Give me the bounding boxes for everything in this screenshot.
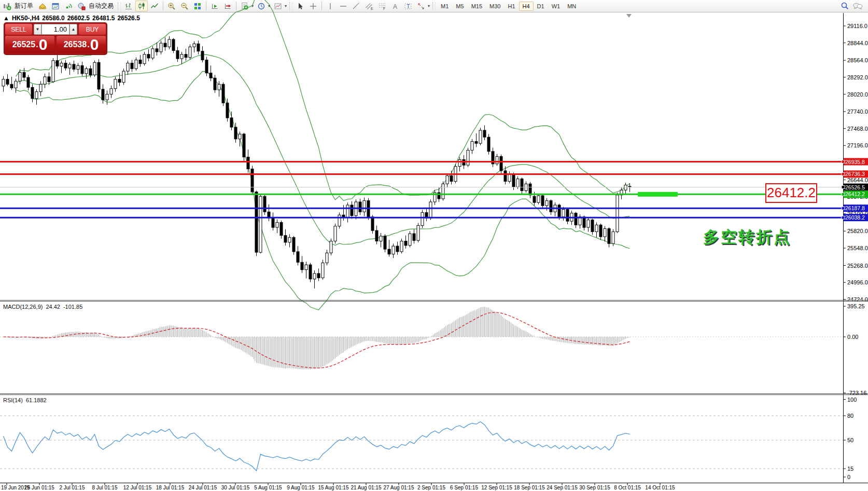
price-axis-label: 28020.0 <box>847 91 868 98</box>
candle-body <box>508 174 511 181</box>
candle-body <box>297 252 299 262</box>
candle-body <box>334 226 337 241</box>
volume-input[interactable] <box>41 24 69 35</box>
candle-body <box>10 84 13 88</box>
candle-body <box>143 54 146 64</box>
chart-header: ▲HK50-,H426586.026602.526481.526526.5 <box>3 15 143 22</box>
candle-body <box>375 230 378 241</box>
candle-body <box>89 69 92 75</box>
candle-body <box>239 134 241 139</box>
candle-body <box>176 51 179 59</box>
candle-body <box>85 69 88 74</box>
candle-body <box>575 213 577 225</box>
time-axis-label: 18 Sep 01:15 <box>514 485 545 490</box>
candle-body <box>545 201 548 206</box>
price-axis-label: 25268.0 <box>847 263 868 269</box>
candle-body <box>180 54 183 59</box>
candle-body <box>77 65 79 69</box>
candle-body <box>118 79 121 83</box>
candle-body <box>413 234 415 240</box>
candle-body <box>309 265 312 279</box>
ohlc-low: 26481.5 <box>92 15 115 22</box>
macd-signal-line <box>4 312 630 368</box>
bid-price-dot: . <box>36 40 38 49</box>
candle-body <box>608 229 610 244</box>
macd-value: 24.42 <box>46 304 60 310</box>
candle-body <box>396 246 399 252</box>
turning-point-note[interactable]: 多空转折点 <box>703 226 791 248</box>
macd-axis-label: 0.00 <box>847 334 858 340</box>
ask-price-button[interactable]: 26538.0 <box>57 36 106 53</box>
candle-body <box>292 237 295 252</box>
candle-body <box>164 43 166 47</box>
rsi-axis-label: 0 <box>847 474 850 480</box>
bid-price-main: 26525 <box>12 40 36 49</box>
candle-body <box>189 47 191 57</box>
candle-body <box>168 39 171 47</box>
time-axis-label: 14 Oct 01:15 <box>645 485 675 490</box>
ohlc-close: 26526.5 <box>117 15 139 22</box>
symbol-collapse-marker[interactable]: ▲ <box>3 15 9 22</box>
time-axis-label: 30 Jul 01:15 <box>221 485 250 490</box>
bid-price-button[interactable]: 26525.0 <box>5 36 54 53</box>
price-axis-label: 27468.0 <box>847 126 868 132</box>
candle-body <box>624 185 627 190</box>
candle-body <box>400 241 403 252</box>
price-axis-label: 25820.0 <box>847 228 868 234</box>
candle-body <box>521 179 523 191</box>
macd-axis-label: -723.16 <box>847 390 866 396</box>
candle-body <box>599 225 602 237</box>
rsi-name: RSI(14) <box>3 397 23 403</box>
candle-body <box>317 274 320 278</box>
buy-button[interactable]: BUY <box>79 24 106 35</box>
rsi-axis-label: 50 <box>847 437 853 443</box>
price-tag-label: 26736.3 <box>845 171 865 177</box>
candle-body <box>371 217 374 230</box>
candle-body <box>326 253 328 263</box>
candle-body <box>616 195 619 232</box>
rsi-label: RSI(14)61.1882 <box>3 397 50 403</box>
candle-body <box>475 142 478 144</box>
rsi-axis-label: 80 <box>847 413 853 419</box>
price-tag-marker <box>842 216 845 219</box>
candle-body <box>68 64 71 68</box>
volume-decrease-button[interactable]: ▼ <box>34 24 41 35</box>
candle-body <box>48 77 50 82</box>
candle-body <box>450 176 453 182</box>
candle-body <box>73 64 75 70</box>
candle-body <box>106 94 108 100</box>
candle-body <box>595 225 598 231</box>
candle-body <box>147 54 150 58</box>
candle-body <box>392 246 395 254</box>
time-axis-label: 30 Sep 01:15 <box>579 485 610 490</box>
candle-body <box>471 142 473 151</box>
candle-body <box>156 49 158 52</box>
trading-platform-window: 29116.028844.028564.028292.028020.027740… <box>0 0 868 491</box>
rsi-axis-label: 15 <box>847 466 853 472</box>
price-callout-label[interactable]: 26412.2 <box>765 183 817 203</box>
volume-increase-button[interactable]: ▲ <box>69 24 77 35</box>
time-axis-label: 5 Aug 01:15 <box>254 485 282 490</box>
candle-body <box>218 84 220 90</box>
candle-body <box>284 236 287 242</box>
candle-body <box>566 209 569 221</box>
highlight-zone[interactable] <box>638 192 678 197</box>
candle-body <box>321 263 324 278</box>
price-axis-label: 24996.0 <box>847 279 868 285</box>
candle-body <box>496 156 498 163</box>
candle-body <box>330 241 332 253</box>
candle-body <box>19 73 21 81</box>
ohlc-high: 26602.5 <box>67 15 90 22</box>
candle-body <box>558 205 561 217</box>
candle-body <box>222 84 225 103</box>
candle-body <box>516 179 519 187</box>
candle-body <box>15 81 17 88</box>
candle-body <box>185 54 187 58</box>
time-axis-label: 2 Jul 01:15 <box>60 485 85 490</box>
sell-button[interactable]: SELL <box>5 24 32 35</box>
price-tag-marker <box>842 207 845 210</box>
candle-body <box>479 130 482 143</box>
candle-body <box>458 159 461 166</box>
price-tag-label: 26526.5 <box>845 184 865 190</box>
candle-body <box>127 63 129 72</box>
